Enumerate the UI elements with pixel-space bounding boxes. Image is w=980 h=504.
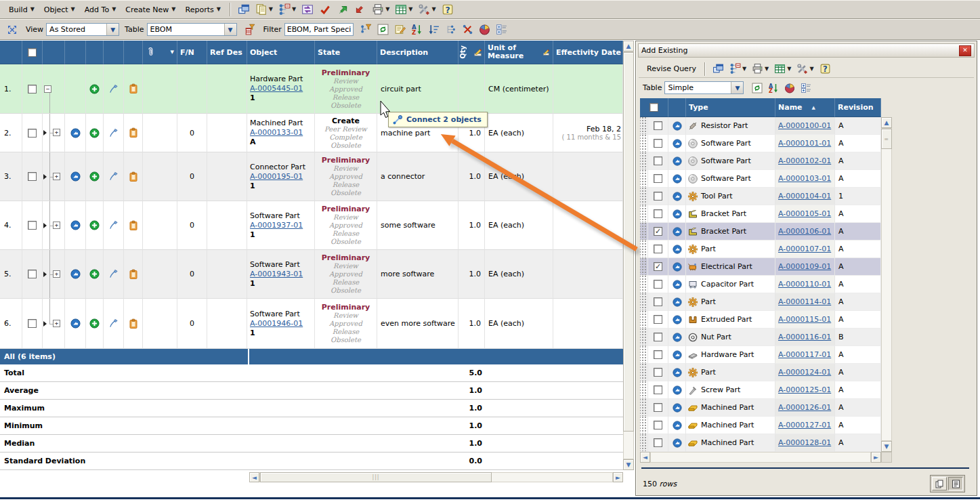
search-result-row[interactable]: Machined Part A-0000126-01 A — [640, 399, 881, 417]
promote-arrow-icon[interactable] — [334, 2, 351, 17]
edit-notepad-icon[interactable] — [394, 24, 406, 35]
export-grid-icon[interactable]: ▼ — [771, 62, 794, 76]
chevron-down-icon[interactable]: ▼ — [787, 66, 791, 72]
row-checkbox[interactable] — [654, 315, 662, 324]
item-link[interactable]: A-0000114-01 — [778, 297, 831, 306]
new-window-icon[interactable] — [235, 2, 253, 17]
switch-window-icon[interactable] — [301, 3, 314, 16]
open-item-cell[interactable] — [668, 417, 686, 434]
edit-item-cell[interactable] — [104, 299, 124, 349]
help-icon[interactable] — [817, 62, 834, 76]
refresh-icon[interactable] — [749, 81, 765, 95]
tree-dots-icon[interactable] — [442, 22, 459, 37]
search-result-row[interactable]: Part A-0000124-01 A — [640, 364, 881, 381]
item-link[interactable]: A-0000116-01 — [778, 333, 831, 341]
search-result-row[interactable]: Machined Part A-0000127-01 A — [640, 417, 881, 434]
header-qty[interactable]: Qty — [459, 41, 485, 64]
open-item-cell[interactable] — [668, 293, 686, 311]
open-item-cell[interactable] — [668, 434, 686, 452]
header-effectivity[interactable]: Effectivity Date — [553, 41, 623, 64]
open-item-cell[interactable] — [668, 381, 686, 399]
drag-handle[interactable] — [640, 311, 648, 329]
chevron-down-icon[interactable]: ▼ — [731, 82, 743, 93]
open-item-cell[interactable] — [65, 201, 86, 250]
drag-handle[interactable] — [640, 240, 648, 258]
drag-handle[interactable] — [640, 170, 648, 188]
table-row[interactable]: 4. + 0 Software PartA-0001937-011 Prelim… — [0, 201, 623, 250]
chevron-down-icon[interactable]: ▼ — [765, 66, 769, 72]
scrollbar-thumb[interactable]: ||| — [260, 472, 492, 482]
add-item-cell[interactable] — [86, 114, 104, 152]
header-attachments[interactable]: ▼ — [143, 41, 177, 64]
vote-check-icon[interactable] — [319, 3, 331, 16]
row-checkbox-cell[interactable] — [648, 170, 668, 188]
item-link[interactable]: A-0000126-01 — [778, 403, 831, 412]
row-checkbox-cell[interactable]: ✓ — [648, 258, 668, 276]
chevron-down-icon[interactable]: ▼ — [269, 7, 273, 12]
object-link[interactable]: A-0000133-01 — [250, 128, 303, 138]
drag-handle[interactable] — [640, 417, 648, 434]
expand-grid-icon[interactable] — [4, 23, 20, 37]
header-uom[interactable]: Unit of Measure — [485, 41, 553, 64]
object-link[interactable]: A-0001946-01 — [250, 319, 303, 329]
refresh-icon[interactable] — [752, 83, 763, 93]
open-item-cell[interactable] — [668, 240, 686, 258]
row-checkbox[interactable] — [654, 385, 662, 394]
row-checkbox[interactable] — [22, 299, 43, 349]
drag-handle[interactable] — [640, 364, 648, 381]
structure-navigator-icon[interactable] — [278, 3, 291, 16]
search-result-row[interactable]: ✓ Bracket Part A-0000106-01 A — [640, 223, 881, 240]
scroll-right-icon[interactable]: ► — [871, 452, 881, 463]
row-checkbox[interactable] — [22, 250, 43, 299]
expand-list-icon[interactable] — [493, 22, 510, 37]
search-result-row[interactable]: ✓ Electrical Part A-0000109-01 A — [640, 258, 881, 276]
search-result-row[interactable]: Bracket Part A-0000105-01 A — [640, 205, 881, 223]
help-icon[interactable] — [442, 3, 454, 16]
refresh-icon[interactable] — [375, 22, 391, 37]
tree-filter-icon[interactable] — [358, 22, 375, 37]
row-checkbox-cell[interactable] — [648, 205, 668, 223]
menu-create-new[interactable]: Create New▼ — [121, 3, 180, 16]
copy-item-cell[interactable] — [124, 250, 143, 299]
open-item-cell[interactable] — [668, 152, 686, 170]
sort-az-icon[interactable] — [408, 22, 425, 37]
open-item-cell[interactable] — [668, 276, 686, 293]
pie-chart-icon[interactable] — [784, 83, 795, 93]
item-link[interactable]: A-0000128-01 — [778, 438, 831, 447]
menu-add-to[interactable]: Add To▼ — [80, 3, 121, 16]
collapse-icon[interactable]: − — [44, 85, 51, 93]
expand-icon[interactable]: + — [53, 320, 60, 327]
header-revision[interactable]: Revision — [835, 98, 881, 117]
open-item-cell[interactable] — [668, 311, 686, 329]
open-item-cell[interactable] — [65, 250, 86, 299]
item-link[interactable]: A-0000101-01 — [778, 139, 831, 148]
open-item-cell[interactable] — [668, 205, 686, 223]
revise-query-button[interactable]: Revise Query — [643, 63, 700, 75]
search-result-row[interactable]: Software Part A-0000103-01 A — [640, 170, 881, 188]
expand-icon[interactable]: + — [53, 173, 60, 180]
export-grid-icon[interactable] — [774, 63, 786, 75]
copy-item-cell[interactable] — [124, 114, 143, 152]
header-fn[interactable]: F/N — [177, 41, 207, 64]
item-link[interactable]: A-0000110-01 — [778, 280, 831, 289]
row-checkbox-cell[interactable] — [648, 364, 668, 381]
open-item-cell[interactable] — [668, 364, 686, 381]
open-item-icon[interactable] — [70, 318, 81, 329]
row-checkbox-cell[interactable] — [648, 329, 668, 346]
row-checkbox[interactable] — [654, 368, 662, 377]
edit-item-cell[interactable] — [104, 250, 124, 299]
add-item-cell[interactable] — [86, 152, 104, 201]
scrollbar-thumb[interactable] — [623, 52, 634, 432]
demote-arrow-icon[interactable] — [354, 3, 366, 16]
search-result-row[interactable]: Capacitor Part A-0000110-01 A — [640, 276, 881, 293]
row-checkbox-cell[interactable] — [648, 240, 668, 258]
add-item-cell[interactable] — [86, 299, 104, 349]
row-checkbox[interactable] — [654, 121, 662, 130]
scroll-left-icon[interactable]: ◄ — [640, 452, 650, 463]
panel-vertical-scrollbar[interactable]: ▲ ≡ ▼ — [881, 117, 892, 452]
table-row[interactable]: 6. + 0 Software PartA-0001946-011 Prelim… — [0, 299, 623, 349]
pie-chart-icon[interactable] — [479, 24, 490, 35]
row-checkbox[interactable] — [654, 209, 662, 218]
expand-icon[interactable]: + — [53, 270, 60, 278]
drag-handle[interactable] — [640, 188, 648, 205]
